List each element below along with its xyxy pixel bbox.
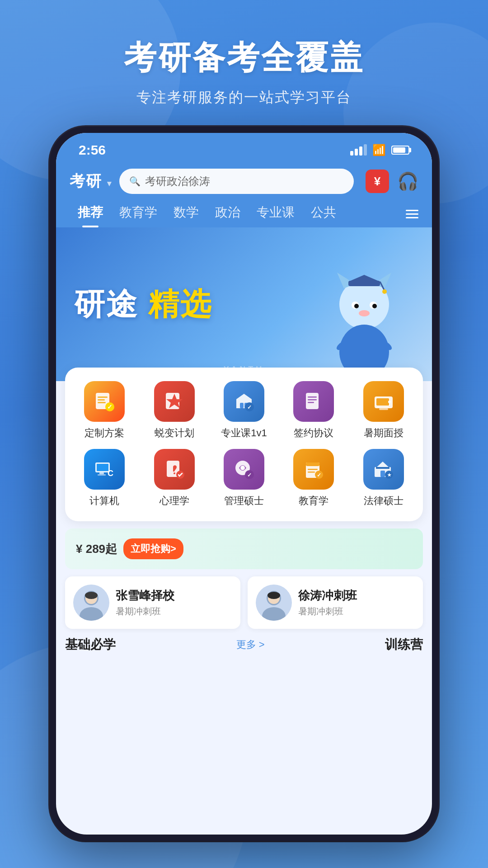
icon-item-specialist[interactable]: ✓ 专业课1v1 [209, 381, 279, 440]
svg-rect-31 [308, 402, 314, 403]
nav-tabs: 推荐 教育学 数学 政治 专业课 公共 [56, 194, 432, 227]
icon-label-management: 管理硕士 [224, 494, 264, 508]
tab-public[interactable]: 公共 [303, 200, 344, 227]
svg-point-64 [85, 592, 98, 599]
tab-education[interactable]: 教育学 [111, 200, 165, 227]
svg-point-11 [359, 310, 370, 316]
svg-text:C: C [108, 469, 113, 478]
section-title-right: 训练营 [385, 636, 423, 653]
svg-text:✓: ✓ [247, 404, 252, 410]
icon-psychology-box [154, 449, 195, 490]
teacher-card-0[interactable]: 张雪峰择校 暑期冲刺班 [65, 576, 240, 629]
svg-rect-30 [308, 399, 317, 401]
svg-point-46 [240, 466, 245, 470]
icon-label-law: 法律硕士 [364, 494, 404, 508]
icon-label-transform: 蜕变计划 [155, 426, 194, 440]
icon-grid-container: ✓ 定制方案 蜕变计划 [65, 368, 423, 521]
tab-recommend[interactable]: 推荐 [70, 200, 111, 227]
promo-banner[interactable]: 研途 精选 [56, 227, 432, 381]
svg-rect-34 [379, 408, 388, 410]
svg-rect-52 [308, 472, 315, 473]
svg-rect-50 [306, 462, 319, 466]
svg-text:★: ★ [387, 472, 391, 477]
icon-item-contract[interactable]: 签约协议 [279, 381, 348, 440]
teacher-avatar-1 [256, 585, 292, 621]
battery-icon [391, 146, 409, 155]
headphone-icon[interactable]: 🎧 [397, 171, 418, 191]
banner-text: 研途 精选 [74, 284, 212, 325]
search-hint: 考研政治徐涛 [145, 174, 210, 189]
svg-rect-19 [98, 402, 106, 403]
logo-arrow: ▾ [107, 179, 112, 188]
svg-rect-38 [97, 464, 108, 471]
icon-management-box: ✓ [224, 449, 264, 490]
svg-rect-39 [99, 472, 104, 474]
svg-text:✓: ✓ [107, 403, 113, 410]
teacher-name-1: 徐涛冲刺班 [298, 588, 357, 604]
teacher-info-1: 徐涛冲刺班 暑期冲刺班 [298, 588, 357, 618]
status-time: 2:56 [79, 142, 106, 158]
wifi-icon: 📶 [372, 144, 386, 156]
icon-item-law[interactable]: ★ 法律硕士 [349, 449, 418, 508]
hamburger-icon [406, 210, 418, 218]
icon-summer-box [363, 381, 404, 422]
section-more-link[interactable]: 更多 > [236, 638, 265, 651]
icon-label-psychology: 心理学 [160, 494, 189, 508]
svg-point-35 [388, 401, 391, 403]
svg-rect-18 [98, 399, 105, 401]
promo-button[interactable]: 立即抢购> [123, 538, 183, 559]
icon-label-summer: 暑期面授 [364, 426, 404, 440]
svg-point-6 [382, 289, 387, 294]
icon-item-computer[interactable]: C 计算机 [70, 449, 139, 508]
icon-item-psychology[interactable]: 心理学 [139, 449, 209, 508]
icon-label-customize: 定制方案 [84, 426, 124, 440]
nav-more-button[interactable] [406, 210, 418, 218]
tab-math[interactable]: 数学 [165, 200, 207, 227]
svg-text:✓: ✓ [247, 472, 252, 478]
svg-rect-24 [240, 403, 244, 408]
teacher-card-1[interactable]: 徐涛冲刺班 暑期冲刺班 [248, 576, 423, 629]
page-subtitle: 专注考研服务的一站式学习平台 [0, 88, 488, 108]
search-icon: 🔍 [129, 176, 141, 187]
svg-rect-51 [308, 469, 318, 470]
teacher-section: 张雪峰择校 暑期冲刺班 徐涛冲刺班 暑期冲刺班 [65, 576, 423, 629]
icon-item-management[interactable]: ✓ 管理硕士 [209, 449, 279, 508]
icon-label-contract: 签约协议 [294, 426, 333, 440]
banner-title: 研途 精选 [74, 284, 212, 325]
icon-item-summer[interactable]: 暑期面授 [349, 381, 418, 440]
app-logo[interactable]: 考研 ▾ [70, 171, 112, 192]
icon-grid: ✓ 定制方案 蜕变计划 [70, 381, 418, 508]
status-icons: 📶 [350, 144, 409, 156]
icon-item-customize[interactable]: ✓ 定制方案 [70, 381, 139, 440]
icon-specialist-box: ✓ [224, 381, 264, 422]
phone-screen: 2:56 📶 考研 ▾ 🔍 考研政治徐涛 [56, 133, 432, 835]
signal-icon [350, 144, 367, 156]
phone-frame: 2:56 📶 考研 ▾ 🔍 考研政治徐涛 [50, 127, 438, 841]
icon-label-computer: 计算机 [89, 494, 119, 508]
page-headline: 考研备考全覆盖 [0, 36, 488, 80]
svg-point-69 [267, 592, 280, 599]
promo-strip[interactable]: ¥ 289起 立即抢购> [65, 528, 423, 569]
section-title-left: 基础必学 [65, 636, 116, 653]
icon-law-box: ★ [363, 449, 404, 490]
teacher-info-0: 张雪峰择校 暑期冲刺班 [116, 588, 174, 618]
icon-label-specialist: 专业课1v1 [221, 426, 267, 440]
svg-rect-57 [376, 467, 389, 469]
tab-specialty[interactable]: 专业课 [249, 200, 303, 227]
svg-rect-17 [98, 396, 108, 398]
coupon-icon[interactable]: ¥ [366, 170, 389, 193]
tab-politics[interactable]: 政治 [207, 200, 249, 227]
svg-text:✓: ✓ [317, 472, 321, 478]
search-bar[interactable]: 🔍 考研政治徐涛 [119, 169, 354, 194]
icon-computer-box: C [84, 449, 125, 490]
icon-contract-box [293, 381, 334, 422]
icon-education-box: ✓ [293, 449, 334, 490]
svg-point-9 [354, 304, 359, 308]
teacher-desc-0: 暑期冲刺班 [116, 605, 174, 618]
svg-point-10 [372, 304, 377, 308]
icon-item-transform[interactable]: 蜕变计划 [139, 381, 209, 440]
icon-customize-box: ✓ [84, 381, 125, 422]
icon-transform-box [154, 381, 195, 422]
mascot-image [319, 268, 409, 381]
icon-item-education[interactable]: ✓ 教育学 [279, 449, 348, 508]
